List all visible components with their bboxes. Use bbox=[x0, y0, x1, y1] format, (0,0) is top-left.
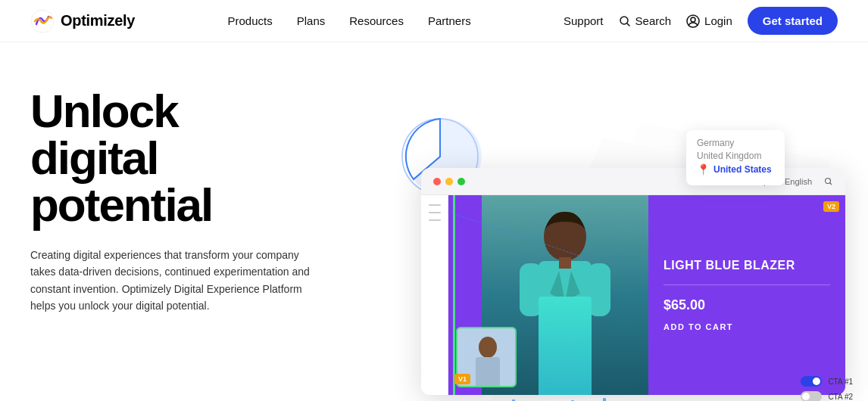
dot-green bbox=[457, 178, 465, 185]
svg-rect-13 bbox=[539, 261, 592, 337]
login-label: Login bbox=[704, 14, 732, 27]
logo-text: Optimizely bbox=[61, 12, 135, 30]
location-popup: Germany United Kingdom 📍 United States bbox=[686, 130, 785, 185]
product-price: $65.00 bbox=[663, 297, 830, 313]
browser-sidebar bbox=[421, 195, 448, 395]
hero-illustration: Germany United Kingdom 📍 United States bbox=[376, 85, 868, 401]
search-button[interactable]: Search bbox=[619, 14, 672, 27]
nav-right: Support Search Login Get started bbox=[564, 7, 838, 35]
sidebar-line-1 bbox=[429, 204, 441, 206]
svg-line-11 bbox=[830, 182, 832, 185]
browser-dots bbox=[433, 178, 465, 185]
v1-badge: V1 bbox=[454, 374, 470, 384]
user-icon bbox=[686, 14, 700, 28]
get-started-button[interactable]: Get started bbox=[748, 7, 838, 35]
dot-red bbox=[433, 178, 441, 185]
nav-partners[interactable]: Partners bbox=[428, 14, 471, 27]
location-uk: United Kingdom bbox=[697, 151, 774, 161]
browser-search-icon bbox=[824, 177, 833, 186]
toggle-thumb-1 bbox=[813, 378, 820, 385]
toggle-track-1[interactable] bbox=[801, 376, 822, 387]
cta-toggle-1: CTA #1 bbox=[801, 376, 853, 387]
login-button[interactable]: Login bbox=[686, 14, 732, 28]
bar-29 bbox=[603, 398, 606, 401]
nav-products[interactable]: Products bbox=[228, 14, 273, 27]
browser-lang: English bbox=[785, 177, 812, 186]
analytics-bars bbox=[476, 398, 610, 401]
dot-yellow bbox=[445, 178, 453, 185]
navbar: Optimizely Products Plans Resources Part… bbox=[0, 0, 868, 42]
cta-label-1: CTA #1 bbox=[828, 378, 853, 386]
hero-headline: Unlock digital potential bbox=[30, 88, 318, 228]
add-to-cart-button[interactable]: ADD TO CART bbox=[663, 322, 830, 331]
search-label: Search bbox=[635, 14, 672, 27]
nav-links: Products Plans Resources Partners bbox=[228, 14, 471, 27]
analytics-bar: Customer data bbox=[391, 390, 868, 401]
svg-line-2 bbox=[627, 23, 629, 26]
nav-plans[interactable]: Plans bbox=[297, 14, 326, 27]
svg-point-18 bbox=[479, 337, 497, 358]
hero-description: Creating digital experiences that transf… bbox=[30, 247, 318, 315]
location-germany: Germany bbox=[697, 138, 774, 148]
svg-point-4 bbox=[691, 17, 695, 22]
product-divider bbox=[663, 284, 830, 285]
search-icon bbox=[619, 15, 631, 27]
logo[interactable]: Optimizely bbox=[30, 9, 135, 33]
support-link[interactable]: Support bbox=[564, 14, 604, 27]
location-us: 📍 United States bbox=[697, 163, 774, 176]
browser-mockup: United States | $ English bbox=[421, 168, 845, 395]
svg-rect-19 bbox=[476, 357, 500, 387]
product-title: LIGHT BLUE BLAZER bbox=[663, 259, 830, 272]
hero-left: Unlock digital potential Creating digita… bbox=[30, 80, 318, 315]
location-pin-icon: 📍 bbox=[697, 163, 710, 176]
svg-line-9 bbox=[448, 212, 584, 257]
hero-section: Unlock digital potential Creating digita… bbox=[0, 42, 868, 401]
svg-point-10 bbox=[826, 178, 831, 183]
sidebar-line-2 bbox=[429, 212, 441, 213]
v2-badge: V2 bbox=[823, 201, 839, 212]
connector-svg bbox=[448, 212, 599, 272]
sidebar-line-3 bbox=[429, 219, 441, 221]
nav-resources[interactable]: Resources bbox=[349, 14, 404, 27]
product-card: V2 LIGHT BLUE BLAZER $65.00 ADD TO CART bbox=[648, 195, 845, 395]
